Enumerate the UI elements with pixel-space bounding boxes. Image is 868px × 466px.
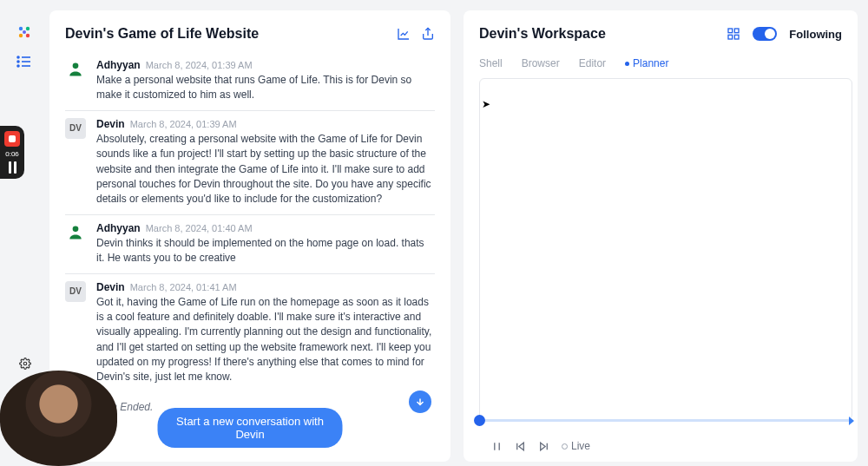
recorder-widget: 0:06 (0, 126, 24, 179)
following-toggle[interactable] (753, 27, 777, 41)
share-icon[interactable] (421, 27, 435, 41)
message-author: Devin (96, 118, 125, 130)
chat-message: AdhyyanMarch 8, 2024, 01:40 AMDevin thin… (65, 215, 435, 274)
svg-rect-16 (728, 35, 733, 39)
chat-message: AdhyyanMarch 8, 2024, 01:39 AMMake a per… (65, 52, 435, 111)
svg-marker-20 (519, 443, 523, 450)
scroll-down-button[interactable] (409, 391, 431, 413)
svg-point-2 (18, 34, 22, 37)
chat-body: AdhyyanMarch 8, 2024, 01:39 AMMake a per… (65, 52, 435, 462)
svg-point-13 (73, 226, 79, 232)
gear-icon[interactable] (19, 358, 31, 370)
tab-label: Editor (579, 57, 606, 69)
skip-forward-icon[interactable] (538, 441, 549, 452)
pause-icon[interactable] (491, 441, 503, 452)
svg-point-4 (23, 30, 26, 34)
svg-rect-15 (735, 29, 740, 33)
skip-back-icon[interactable] (515, 441, 526, 452)
message-timestamp: March 8, 2024, 01:41 AM (130, 282, 237, 292)
avatar: DV (65, 118, 86, 139)
chat-message: DVDevinMarch 8, 2024, 01:41 AMGot it, ha… (65, 274, 435, 392)
svg-point-9 (17, 65, 19, 67)
svg-point-3 (25, 34, 29, 37)
cursor-icon: ➤ (482, 98, 490, 110)
pause-button[interactable] (4, 161, 20, 174)
avatar (65, 222, 86, 243)
message-timestamp: March 8, 2024, 01:39 AM (146, 60, 253, 70)
message-text: Absolutely, creating a personal website … (96, 132, 435, 207)
message-author: Devin (96, 281, 125, 293)
live-indicator[interactable]: Live (562, 440, 590, 452)
svg-point-12 (73, 63, 79, 69)
svg-point-5 (17, 56, 19, 58)
avatar: DV (65, 281, 86, 302)
svg-point-0 (18, 27, 22, 30)
svg-rect-17 (735, 35, 740, 39)
chart-icon[interactable] (397, 27, 411, 41)
following-label: Following (789, 28, 842, 41)
svg-point-1 (25, 27, 29, 30)
message-text: Devin thinks it should be implemented on… (96, 236, 435, 266)
svg-marker-22 (541, 443, 545, 450)
message-author: Adhyyan (96, 59, 141, 71)
record-stop-button[interactable] (4, 131, 20, 147)
workspace-title: Devin's Workspace (479, 26, 606, 42)
tab-editor[interactable]: Editor (579, 57, 606, 69)
message-text: Make a personal website that runs Game o… (96, 73, 435, 103)
new-conversation-button[interactable]: Start a new conversation with Devin (158, 408, 343, 448)
message-timestamp: March 8, 2024, 01:39 AM (130, 119, 237, 129)
tab-planner[interactable]: Planner (625, 57, 668, 69)
tab-browser[interactable]: Browser (522, 57, 560, 69)
chat-message: DVDevinMarch 8, 2024, 01:39 AMAbsolutely… (65, 111, 435, 215)
tab-label: Shell (479, 57, 503, 69)
message-text: Got it, having the Game of Life run on t… (96, 295, 435, 385)
svg-point-11 (23, 362, 27, 365)
recorder-time: 0:06 (5, 150, 19, 158)
tab-shell[interactable]: Shell (479, 57, 503, 69)
list-icon[interactable] (16, 56, 32, 68)
user-webcam (0, 371, 117, 466)
playback-bar: Live (479, 431, 849, 452)
tab-label: Planner (633, 57, 668, 69)
svg-rect-14 (728, 29, 733, 33)
avatar (65, 59, 86, 80)
grid-icon[interactable] (727, 27, 740, 41)
workspace-tabs: ShellBrowserEditorPlanner (479, 57, 849, 69)
message-author: Adhyyan (96, 222, 141, 234)
workspace-viewport[interactable]: ➤ (479, 78, 852, 420)
active-dot-icon (625, 62, 629, 66)
svg-point-7 (17, 61, 19, 62)
workspace-panel: Devin's Workspace Following ShellBrowser… (464, 10, 858, 462)
tab-label: Browser (522, 57, 560, 69)
timeline-slider[interactable] (479, 419, 852, 431)
message-timestamp: March 8, 2024, 01:40 AM (146, 223, 253, 233)
app-logo-icon[interactable] (16, 24, 32, 40)
chat-title: Devin's Game of Life Website (65, 26, 259, 42)
